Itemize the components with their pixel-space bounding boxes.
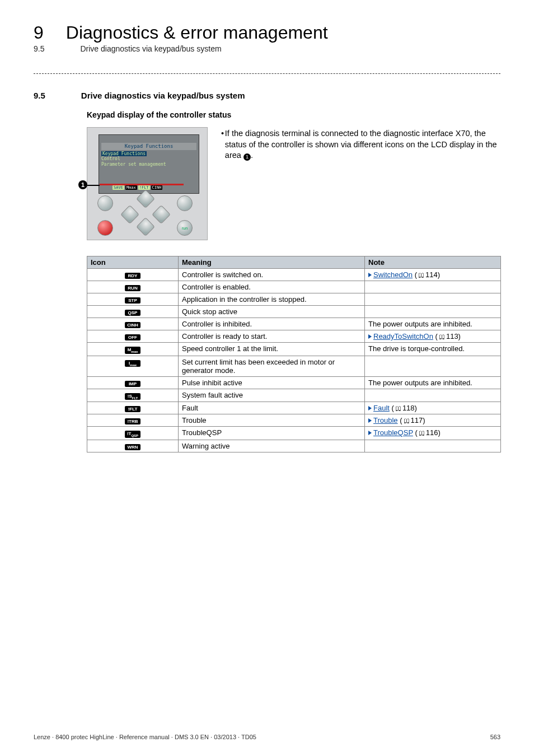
note-link[interactable]: TroubleQSP <box>373 428 413 437</box>
icon-cell: Mmax <box>87 343 179 356</box>
subsection-number: 9.5 <box>34 44 44 53</box>
status-icon: RDY <box>125 273 140 279</box>
status-save: SAVE <box>113 185 124 190</box>
status-icon: Imax <box>125 360 140 367</box>
note-cell <box>365 281 501 293</box>
status-icon: QSP <box>125 310 140 316</box>
meaning-cell: Controller is inhibited. <box>179 318 365 330</box>
icon-cell: QSP <box>87 306 179 318</box>
note-cell: SwitchedOn (114) <box>365 269 501 281</box>
keypad-up-button <box>136 189 155 208</box>
note-cell: Trouble (117) <box>365 414 501 427</box>
page-ref: (118) <box>392 404 417 412</box>
note-link[interactable]: ReadyToSwitchOn <box>373 332 433 340</box>
lcd-status-strip: SAVE Mmax !FLT CINH <box>113 185 162 190</box>
note-cell: TroubleQSP (116) <box>365 427 501 440</box>
icon-cell: !TRB <box>87 414 179 427</box>
table-row: QSPQuick stop active <box>87 306 501 318</box>
lcd-line-1: Keypad Functions <box>101 151 147 157</box>
meaning-cell: TroubleQSP <box>179 427 365 440</box>
page-ref: (114) <box>415 270 440 279</box>
icon-cell: Imax <box>87 356 179 376</box>
status-flt: !FLT <box>138 185 150 190</box>
icon-cell: RUN <box>87 281 179 293</box>
keypad-display-heading: Keypad display of the controller status <box>87 110 500 119</box>
icon-cell: CINH <box>87 318 179 330</box>
lcd-title: Keypad Functions <box>101 143 196 150</box>
th-icon: Icon <box>87 256 179 269</box>
triangle-icon <box>368 273 372 277</box>
icons-table: Icon Meaning Note RDYController is switc… <box>87 256 501 452</box>
note-link[interactable]: Trouble <box>373 416 398 424</box>
icon-cell: !TQSP <box>87 427 179 440</box>
callout-highlight-line <box>100 184 184 185</box>
status-cinh: CINH <box>151 185 163 190</box>
meaning-cell: System fault active <box>179 389 365 402</box>
keypad-right-button <box>152 205 171 224</box>
status-icon: RUN <box>125 285 140 291</box>
meaning-cell: Warning active <box>179 440 365 452</box>
status-icon: OFF <box>125 334 140 340</box>
table-row: !TRBTroubleTrouble (117) <box>87 414 501 427</box>
section-title: Drive diagnostics via keypad/bus system <box>81 91 245 100</box>
note-cell <box>365 440 501 452</box>
table-row: !FLTFaultFault (118) <box>87 402 501 414</box>
meaning-cell: Trouble <box>179 414 365 427</box>
table-row: RUNController is enabled. <box>87 281 501 293</box>
status-icon: CINH <box>125 322 140 328</box>
page-ref: (117) <box>400 416 425 424</box>
triangle-icon <box>368 431 372 435</box>
meaning-cell: Controller is ready to start. <box>179 330 365 343</box>
keypad-image: Keypad Functions Keypad Functions Contro… <box>87 127 208 240</box>
status-icon: !TQSP <box>125 431 140 438</box>
icon-cell: RDY <box>87 269 179 281</box>
note-cell <box>365 356 501 376</box>
meaning-cell: Pulse inhibit active <box>179 376 365 389</box>
triangle-icon <box>368 418 372 423</box>
status-icon: !TRB <box>125 418 140 424</box>
page-ref: (116) <box>415 428 440 437</box>
meaning-cell: Fault <box>179 402 365 414</box>
status-mmax: Mmax <box>125 185 137 190</box>
bullet-text-a: If the diagnosis terminal is connected t… <box>225 129 497 160</box>
page-ref: (113) <box>435 332 461 340</box>
keypad-buttons: run <box>87 192 207 237</box>
table-row: !SFLTSystem fault active <box>87 389 501 402</box>
status-icon: !FLT <box>125 406 140 412</box>
icon-cell: STP <box>87 293 179 306</box>
bullet-text-b: . <box>251 151 253 160</box>
table-row: IMPPulse inhibit activeThe power outputs… <box>87 376 501 389</box>
note-link[interactable]: Fault <box>373 404 390 412</box>
icon-cell: !SFLT <box>87 389 179 402</box>
meaning-cell: Set current limit has been exceeded in m… <box>179 356 365 376</box>
triangle-icon <box>368 334 372 339</box>
meaning-cell: Application in the controller is stopped… <box>179 293 365 306</box>
table-row: MmaxSpeed controller 1 at the limit.The … <box>87 343 501 356</box>
keypad-down-button <box>136 217 155 236</box>
note-cell: The power outputs are inhibited. <box>365 318 501 330</box>
bullet-dot: • <box>221 128 225 161</box>
icon-cell: WRN <box>87 440 179 452</box>
book-icon <box>394 404 402 412</box>
triangle-icon <box>368 406 372 410</box>
note-link[interactable]: SwitchedOn <box>373 270 413 279</box>
note-cell <box>365 306 501 318</box>
note-cell: ReadyToSwitchOn (113) <box>365 330 501 343</box>
meaning-cell: Controller is enabled. <box>179 281 365 293</box>
keypad-left-button <box>120 205 139 224</box>
chapter-title: Diagnostics & error management <box>66 22 328 43</box>
keypad-button <box>97 195 113 211</box>
icon-cell: IMP <box>87 376 179 389</box>
status-icon: !SFLT <box>125 393 140 400</box>
icon-cell: !FLT <box>87 402 179 414</box>
lcd-line-3: Parameter set management <box>101 162 196 167</box>
table-row: ImaxSet current limit has been exceeded … <box>87 356 501 376</box>
table-row: WRNWarning active <box>87 440 501 452</box>
status-icon: STP <box>125 297 140 304</box>
chapter-number: 9 <box>34 22 44 43</box>
status-icon: Mmax <box>125 347 140 354</box>
book-icon <box>402 416 411 424</box>
run-label: run <box>182 226 188 230</box>
callout-badge-1: 1 <box>78 180 87 189</box>
th-meaning: Meaning <box>179 256 365 269</box>
